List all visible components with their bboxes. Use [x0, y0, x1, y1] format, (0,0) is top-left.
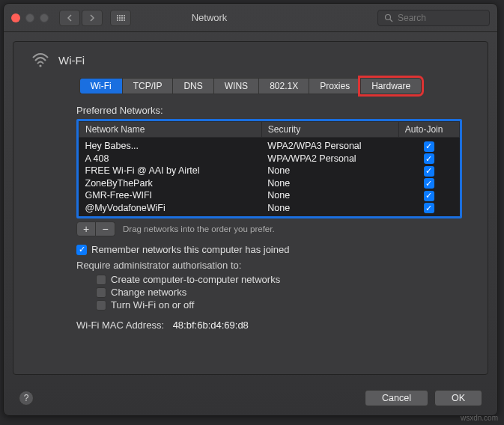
help-button[interactable]: ? — [19, 391, 34, 406]
settings-panel: Wi-Fi Wi-Fi TCP/IP DNS WINS 802.1X Proxi… — [13, 41, 488, 375]
remember-networks-row: ✓ Remember networks this computer has jo… — [76, 244, 470, 255]
search-input[interactable] — [398, 13, 473, 23]
tab-wifi[interactable]: Wi-Fi — [79, 78, 122, 94]
cell-auto-join: ✓ — [398, 189, 459, 202]
svg-point-2 — [39, 64, 41, 67]
option-label: Change networks — [111, 287, 186, 298]
checkbox-change-networks[interactable] — [96, 287, 106, 298]
column-network-name[interactable]: Network Name — [79, 122, 262, 138]
tab-wins[interactable]: WINS — [213, 78, 258, 94]
auto-join-checkbox[interactable]: ✓ — [424, 153, 434, 164]
cell-security: None — [261, 189, 398, 202]
cell-auto-join: ✓ — [398, 177, 459, 190]
table-row[interactable]: Hey Babes...WPA2/WPA3 Personal✓ — [79, 138, 460, 153]
cell-network-name: Hey Babes... — [79, 138, 262, 153]
svg-line-1 — [390, 19, 392, 22]
tab-hardware[interactable]: Hardware — [360, 78, 422, 94]
cell-security: WPA2/WPA3 Personal — [261, 138, 398, 153]
panel-header: Wi-Fi — [31, 52, 470, 67]
option-change-networks: Change networks — [96, 287, 470, 298]
auto-join-checkbox[interactable]: ✓ — [424, 203, 434, 213]
dialog-footer: ? Cancel OK — [4, 384, 497, 415]
auto-join-checkbox[interactable]: ✓ — [424, 191, 434, 201]
cell-security: WPA/WPA2 Personal — [261, 153, 398, 165]
minimize-icon — [25, 13, 34, 22]
tab-proxies[interactable]: Proxies — [309, 78, 360, 94]
cell-network-name: ZoneByThePark — [79, 177, 262, 190]
cell-network-name: FREE Wi-Fi @ AAI by Airtel — [79, 165, 262, 177]
table-row[interactable]: A 408WPA/WPA2 Personal✓ — [79, 153, 460, 165]
option-create-computer-networks: Create computer-to-computer networks — [96, 274, 470, 285]
cancel-button[interactable]: Cancel — [365, 390, 428, 406]
table-row[interactable]: FREE Wi-Fi @ AAI by AirtelNone✓ — [79, 165, 460, 177]
cell-auto-join: ✓ — [398, 165, 459, 177]
ok-button[interactable]: OK — [434, 390, 482, 406]
svg-point-0 — [386, 14, 391, 19]
remove-network-button[interactable]: − — [96, 221, 115, 236]
mac-label: Wi-Fi MAC Address: — [76, 319, 164, 331]
watermark: wsxdn.com — [461, 414, 498, 422]
tab-tcpip[interactable]: TCP/IP — [122, 78, 173, 94]
require-admin-label: Require administrator authorisation to: — [76, 260, 470, 271]
search-icon — [384, 13, 393, 22]
preferred-networks-label: Preferred Networks: — [76, 105, 470, 116]
traffic-lights — [11, 13, 49, 22]
add-remove-bar: + − Drag networks into the order you pre… — [76, 221, 470, 236]
mac-value: 48:bf:6b:d4:69:d8 — [173, 319, 249, 331]
option-label: Turn Wi-Fi on or off — [111, 299, 194, 311]
close-icon[interactable] — [11, 13, 20, 22]
remember-checkbox[interactable]: ✓ — [76, 245, 87, 255]
preferred-networks-table[interactable]: Network Name Security Auto-Join Hey Babe… — [76, 119, 462, 218]
wifi-icon — [31, 52, 49, 67]
tab-8021x[interactable]: 802.1X — [258, 78, 309, 94]
titlebar: Network — [4, 4, 497, 32]
column-auto-join[interactable]: Auto-Join — [398, 122, 459, 138]
table-row[interactable]: GMR-Free-WIFINone✓ — [79, 189, 460, 202]
cell-security: None — [261, 202, 398, 217]
tab-dns[interactable]: DNS — [172, 78, 213, 94]
search-field[interactable] — [377, 10, 490, 26]
column-security[interactable]: Security — [261, 122, 398, 138]
network-preferences-window: Network Wi-Fi Wi-Fi TCP/IP DNS WINS 802.… — [3, 3, 498, 416]
remember-label: Remember networks this computer has join… — [91, 244, 289, 255]
cell-auto-join: ✓ — [398, 202, 459, 217]
cell-security: None — [261, 177, 398, 190]
table-row[interactable]: ZoneByTheParkNone✓ — [79, 177, 460, 190]
option-label: Create computer-to-computer networks — [111, 274, 280, 285]
tab-bar: Wi-Fi TCP/IP DNS WINS 802.1X Proxies Har… — [31, 78, 470, 94]
auto-join-checkbox[interactable]: ✓ — [424, 166, 434, 177]
mac-address-row: Wi-Fi MAC Address: 48:bf:6b:d4:69:d8 — [76, 319, 470, 331]
auto-join-checkbox[interactable]: ✓ — [424, 141, 434, 152]
cell-network-name: A 408 — [79, 153, 262, 165]
checkbox-turn-wifi[interactable] — [96, 300, 106, 311]
cell-network-name: @MyVodafoneWiFi — [79, 202, 262, 217]
window-title: Network — [47, 12, 371, 23]
auto-join-checkbox[interactable]: ✓ — [424, 178, 434, 189]
option-turn-wifi: Turn Wi-Fi on or off — [96, 299, 470, 311]
table-row[interactable]: @MyVodafoneWiFiNone✓ — [79, 202, 460, 217]
cell-auto-join: ✓ — [398, 153, 459, 165]
cell-network-name: GMR-Free-WIFI — [79, 189, 262, 202]
add-network-button[interactable]: + — [76, 221, 96, 236]
checkbox-create-networks[interactable] — [96, 275, 106, 285]
panel-title: Wi-Fi — [58, 54, 85, 67]
drag-hint: Drag networks into the order you prefer. — [123, 224, 275, 233]
cell-auto-join: ✓ — [398, 138, 459, 153]
cell-security: None — [261, 165, 398, 177]
